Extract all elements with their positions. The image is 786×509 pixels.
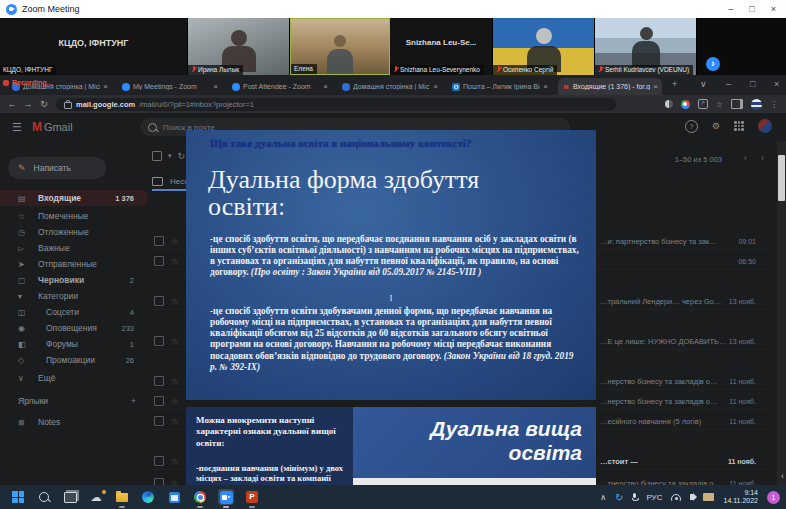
back-button[interactable]: ← <box>4 99 20 109</box>
task-view-icon[interactable] <box>62 489 78 505</box>
file-explorer-icon[interactable] <box>114 489 130 505</box>
browser-profile-avatar[interactable] <box>751 99 762 110</box>
browser-close-button[interactable]: × <box>774 79 779 89</box>
sidebar-item-inbox[interactable]: ▤ Входящие 1 376 <box>0 190 148 206</box>
tab-close-icon[interactable]: × <box>543 82 548 91</box>
sync-icon[interactable]: ↻ <box>615 492 623 503</box>
add-label-icon[interactable]: + <box>131 396 136 406</box>
start-button[interactable] <box>10 489 26 505</box>
star-icon[interactable]: ☆ <box>171 417 178 426</box>
tray-folder-icon[interactable] <box>703 493 714 501</box>
sidebar-item-starred[interactable]: ☆ Помеченные <box>0 208 148 224</box>
sidebar-item-social[interactable]: ◫ Соцсети 4 <box>0 304 148 320</box>
tab-close-icon[interactable]: × <box>103 82 108 91</box>
address-bar[interactable]: mail.google.com /mail/u/0/?pli=1#inbox?p… <box>56 98 616 111</box>
sidebar-item-promotions[interactable]: ◇ Промоакции 26 <box>0 352 148 368</box>
browser-tab[interactable]: My Meetings - Zoom × <box>118 78 222 95</box>
compose-button[interactable]: ✎ Написать <box>8 157 106 179</box>
weather-widget-icon[interactable]: ☁ <box>88 489 104 505</box>
browser-menu-icon[interactable]: ⋮ <box>770 100 778 109</box>
participant-tile[interactable]: Осипенко Сергій <box>493 18 595 75</box>
extension-icon[interactable] <box>665 100 673 108</box>
refresh-icon[interactable]: ↻ <box>178 151 186 161</box>
tab-close-icon[interactable]: × <box>433 82 438 91</box>
wifi-icon[interactable] <box>671 494 681 501</box>
chrome-icon[interactable] <box>192 489 208 505</box>
tray-chevron-up-icon[interactable]: ∧ <box>600 493 606 502</box>
speaker-icon[interactable] <box>690 494 694 500</box>
star-icon[interactable]: ☆ <box>171 237 178 246</box>
share-icon[interactable]: ↗ <box>698 99 708 109</box>
sidebar-item-drafts[interactable]: ▢ Черновики 2 <box>0 272 148 288</box>
taskbar-search-icon[interactable] <box>36 489 52 505</box>
tab-close-icon[interactable]: × <box>213 82 218 91</box>
browser-tab[interactable]: Домашня сторінка | Міс × <box>338 78 442 95</box>
sidebar-item-forums[interactable]: ◧ Форумы 1 <box>0 336 148 352</box>
tab-close-icon[interactable]: × <box>653 82 658 91</box>
participant-tile[interactable]: КЦДО, ІФНТУНГ КЦДО, ІФНТУНГ <box>0 18 188 75</box>
star-icon[interactable]: ☆ <box>171 297 178 306</box>
star-icon[interactable]: ☆ <box>171 397 178 406</box>
maximize-button[interactable]: □ <box>749 0 754 18</box>
reload-button[interactable]: ↻ <box>36 99 52 109</box>
participant-tile-active-speaker[interactable]: Елена <box>290 18 390 75</box>
google-apps-grid-icon[interactable] <box>734 121 744 131</box>
sidebar-item-categories[interactable]: ▾ Категории <box>0 288 148 304</box>
extension-colorful-icon[interactable] <box>681 100 690 109</box>
star-icon[interactable]: ☆ <box>171 337 178 346</box>
microsoft-store-icon[interactable] <box>166 489 182 505</box>
browser-maximize-button[interactable]: □ <box>750 79 755 89</box>
sidebar-item-snoozed[interactable]: ◷ Отложенные <box>0 224 148 240</box>
language-indicator[interactable]: РУС <box>646 493 662 502</box>
browser-tab[interactable]: O Пошта – Лилик Ірина Вікт × <box>448 78 552 95</box>
tray-mic-icon[interactable] <box>632 493 637 501</box>
taskbar-clock[interactable]: 9:14 14.11.2022 <box>723 489 758 505</box>
browser-tab[interactable]: Post Attendee - Zoom × <box>228 78 332 95</box>
checkbox-icon[interactable] <box>154 256 164 266</box>
notification-badge[interactable]: 1 <box>767 491 780 504</box>
edge-icon[interactable] <box>140 489 156 505</box>
side-panel-icon[interactable] <box>731 99 743 109</box>
checkbox-icon[interactable] <box>154 456 164 466</box>
tab-close-icon[interactable]: × <box>323 82 328 91</box>
star-icon[interactable]: ☆ <box>171 377 178 386</box>
close-button[interactable]: × <box>771 0 776 18</box>
zoom-app-icon[interactable] <box>218 489 234 505</box>
checkbox-icon[interactable] <box>154 478 164 485</box>
checkbox-icon[interactable] <box>154 296 164 306</box>
tab-search-chevron-icon[interactable]: ∨ <box>700 79 707 89</box>
settings-gear-icon[interactable]: ⚙ <box>712 121 720 131</box>
star-icon[interactable]: ☆ <box>171 457 178 466</box>
sidebar-item-sent[interactable]: ➤ Отправленные <box>0 256 148 272</box>
next-participants-button[interactable]: › <box>706 57 720 71</box>
gmail-account-avatar[interactable] <box>758 119 772 133</box>
checkbox-icon[interactable] <box>154 396 164 406</box>
newer-page-icon[interactable]: ‹ <box>744 153 747 163</box>
checkbox-icon[interactable] <box>154 336 164 346</box>
powerpoint-icon[interactable]: P <box>244 489 260 505</box>
star-icon[interactable]: ☆ <box>171 257 178 266</box>
side-panel-collapse-icon[interactable]: ‹ <box>781 471 784 481</box>
sidebar-item-important[interactable]: ▻ Важные <box>0 240 148 256</box>
checkbox-icon[interactable] <box>154 416 164 426</box>
hamburger-menu-icon[interactable]: ☰ <box>12 121 22 134</box>
bookmark-star-icon[interactable]: ☆ <box>716 100 723 109</box>
checkbox-icon[interactable] <box>154 236 164 246</box>
participant-tile[interactable]: Snizhana Leu-Se... Snizhana Leu-Severyne… <box>390 18 493 75</box>
participant-tile[interactable]: Serhii Kudriavcev (VDEUNU) <box>595 18 697 75</box>
new-tab-button[interactable]: + <box>672 79 677 89</box>
participant-tile[interactable]: Ирина Лылык <box>188 18 290 75</box>
help-icon[interactable]: ? <box>685 120 698 133</box>
checkbox-icon[interactable] <box>154 376 164 386</box>
sidebar-item-notes-label[interactable]: ◼ Notes <box>0 414 148 430</box>
select-caret-icon[interactable]: ▾ <box>168 152 172 160</box>
sidebar-item-more[interactable]: ∨ Ещё <box>0 370 148 386</box>
minimize-button[interactable]: – <box>728 0 733 18</box>
sidebar-item-updates[interactable]: ◉ Оповещения 233 <box>0 320 148 336</box>
older-page-icon[interactable]: › <box>761 153 764 163</box>
forward-button[interactable]: → <box>20 99 36 109</box>
browser-minimize-button[interactable]: – <box>726 79 731 89</box>
select-all-checkbox[interactable] <box>152 151 162 161</box>
scrollbar-thumb[interactable] <box>778 155 785 201</box>
browser-tab-active[interactable]: M Входящие (1 376) - for.go × <box>558 78 662 95</box>
